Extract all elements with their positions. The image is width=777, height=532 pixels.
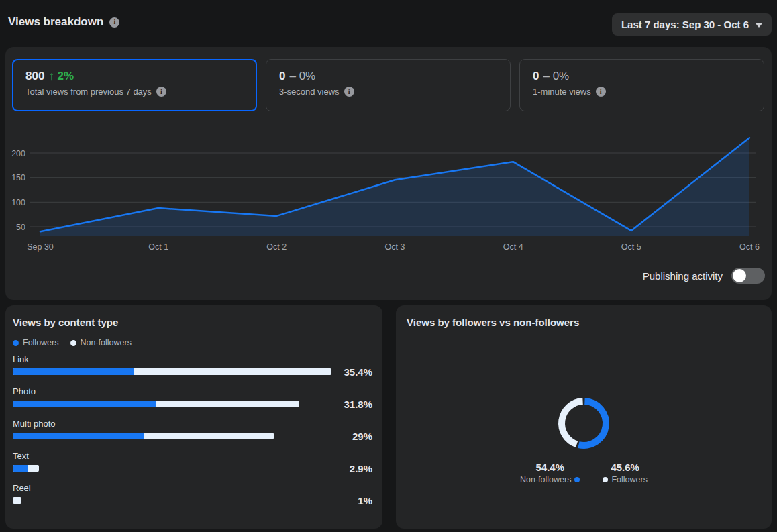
stat-value-row: 800↑ 2% xyxy=(25,70,244,83)
followers-bar-segment xyxy=(13,465,28,472)
content-type-label: Text xyxy=(13,451,372,461)
stat-label-row: 1-minute views i xyxy=(533,87,751,97)
content-type-bar-line: 35.4% xyxy=(13,368,372,375)
stat-card-total-views[interactable]: 800↑ 2% Total views from previous 7 days… xyxy=(12,59,257,111)
panel-title: Views by content type xyxy=(13,316,372,329)
toggle-knob xyxy=(733,269,746,282)
content-type-bar xyxy=(13,465,39,472)
panel-title: Views by followers vs non-followers xyxy=(407,316,761,329)
content-type-row: Link35.4% xyxy=(13,354,372,375)
content-type-bar-line: 2.9% xyxy=(13,465,372,472)
content-type-value: 1% xyxy=(358,495,372,507)
content-type-label: Reel xyxy=(13,483,372,493)
content-type-value: 29% xyxy=(352,431,372,442)
stat-label: 1-minute views xyxy=(533,87,591,97)
content-type-label: Multi photo xyxy=(13,419,372,429)
content-type-value: 2.9% xyxy=(350,463,372,474)
stat-cards: 800↑ 2% Total views from previous 7 days… xyxy=(12,59,764,111)
content-type-label: Link xyxy=(13,354,372,364)
stat-card-1-minute-views[interactable]: 0– 0% 1-minute views i xyxy=(519,59,764,111)
svg-text:Oct 6: Oct 6 xyxy=(739,242,760,252)
followers-bar-segment xyxy=(13,368,134,375)
stat-label: Non-followers xyxy=(520,475,571,484)
svg-text:Oct 3: Oct 3 xyxy=(385,242,405,252)
publishing-activity-label: Publishing activity xyxy=(643,270,723,282)
stat-label-row: 3-second views i xyxy=(279,87,497,97)
info-icon[interactable]: i xyxy=(596,87,606,97)
svg-text:Oct 5: Oct 5 xyxy=(621,242,641,252)
non-followers-dot-icon xyxy=(70,340,76,346)
svg-text:50: 50 xyxy=(16,223,25,232)
non-followers-dot-icon xyxy=(574,477,580,482)
donut-stat-non-followers: 54.4% Non-followers xyxy=(520,462,580,484)
stat-value: 0 xyxy=(279,70,285,83)
content-type-row: Reel1% xyxy=(13,483,372,504)
svg-text:100: 100 xyxy=(11,198,25,207)
donut-stat-followers: 45.6% Followers xyxy=(603,462,648,484)
publishing-activity-toggle[interactable] xyxy=(731,268,765,284)
stat-value: 800 xyxy=(25,70,44,83)
views-by-content-type-panel: Views by content type Followers Non-foll… xyxy=(5,305,382,529)
date-range-dropdown[interactable]: Last 7 days: Sep 30 - Oct 6 xyxy=(612,13,772,36)
views-breakdown-panel: 800↑ 2% Total views from previous 7 days… xyxy=(5,47,772,300)
followers-bar-segment xyxy=(13,433,144,439)
date-range-label: Last 7 days: Sep 30 - Oct 6 xyxy=(621,19,749,30)
views-line-chart: 50100150200Sep 30Oct 1Oct 2Oct 3Oct 4Oct… xyxy=(5,131,772,265)
content-type-bar-line: 1% xyxy=(13,497,372,504)
legend-label: Non-followers xyxy=(81,338,132,348)
svg-text:150: 150 xyxy=(11,173,25,182)
content-type-legend: Followers Non-followers xyxy=(13,338,372,348)
stat-card-3-second-views[interactable]: 0– 0% 3-second views i xyxy=(266,59,511,111)
followers-dot-icon xyxy=(13,340,19,346)
stat-delta: – 0% xyxy=(543,70,569,83)
followers-dot-icon xyxy=(603,477,608,482)
stat-value-row: 0– 0% xyxy=(279,70,497,83)
content-type-bar xyxy=(13,433,274,439)
chevron-down-icon xyxy=(756,23,762,28)
info-icon[interactable]: i xyxy=(344,87,354,97)
stat-label: Followers xyxy=(611,475,648,484)
stat-delta: ↑ 2% xyxy=(48,70,74,83)
stat-label-row: Total views from previous 7 days i xyxy=(25,87,244,97)
page-title-row: Views breakdown i xyxy=(8,15,119,29)
content-type-bar-line: 31.8% xyxy=(13,401,372,407)
stat-delta: – 0% xyxy=(289,70,315,83)
stat-label-row: Non-followers xyxy=(520,475,580,484)
stat-label-row: Followers xyxy=(603,475,648,484)
svg-text:Sep 30: Sep 30 xyxy=(27,242,54,252)
stat-value-row: 0– 0% xyxy=(533,70,751,83)
svg-text:Oct 4: Oct 4 xyxy=(503,242,523,252)
svg-text:Oct 1: Oct 1 xyxy=(148,242,168,252)
stat-label: 3-second views xyxy=(279,87,340,97)
followers-bar-segment xyxy=(13,401,156,407)
legend-label: Followers xyxy=(23,338,59,348)
stat-value: 0 xyxy=(533,70,539,83)
publishing-activity-row: Publishing activity xyxy=(643,268,765,284)
followers-donut-chart xyxy=(550,390,617,457)
content-type-row: Photo31.8% xyxy=(13,386,372,407)
content-type-value: 35.4% xyxy=(344,366,372,378)
content-type-bars: Link35.4%Photo31.8%Multi photo29%Text2.9… xyxy=(13,354,372,504)
content-type-bar xyxy=(13,401,299,407)
svg-text:Oct 2: Oct 2 xyxy=(266,242,287,252)
content-type-bar xyxy=(13,368,331,375)
content-type-bar xyxy=(13,497,21,504)
stat-value: 45.6% xyxy=(603,462,648,473)
content-type-row: Multi photo29% xyxy=(13,419,372,439)
stat-label: Total views from previous 7 days xyxy=(25,87,152,97)
stat-value: 54.4% xyxy=(520,462,580,473)
info-icon[interactable]: i xyxy=(156,87,166,97)
legend-item-non-followers: Non-followers xyxy=(70,338,132,348)
donut-stats: 54.4% Non-followers 45.6% Followers xyxy=(407,462,761,484)
info-icon[interactable]: i xyxy=(109,17,119,28)
content-type-bar-line: 29% xyxy=(13,433,372,439)
page-title: Views breakdown xyxy=(8,15,103,29)
content-type-row: Text2.9% xyxy=(13,451,372,472)
legend-item-followers: Followers xyxy=(13,338,59,348)
views-by-follow-status-panel: Views by followers vs non-followers 54.4… xyxy=(396,305,772,529)
content-type-label: Photo xyxy=(13,386,372,396)
svg-text:200: 200 xyxy=(11,149,25,158)
content-type-value: 31.8% xyxy=(344,398,372,410)
